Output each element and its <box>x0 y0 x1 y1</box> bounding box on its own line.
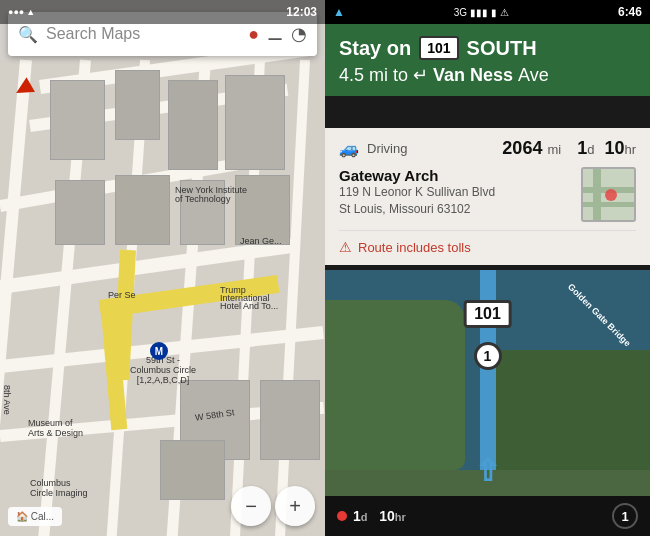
distance-label: 4.5 mi to <box>339 65 408 86</box>
page-indicator[interactable]: 1 <box>612 503 638 529</box>
highway-sign-101: 101 <box>463 300 512 328</box>
destination-name: Gateway Arch <box>339 167 495 184</box>
tolls-label: Route includes tolls <box>358 240 471 255</box>
map-bottom-controls: − + <box>0 486 325 526</box>
destination-row: Gateway Arch 119 N Leonor K Sullivan Blv… <box>339 167 636 222</box>
signal-bars-icon: ▮▮▮ <box>470 7 488 18</box>
zoom-in-button[interactable]: + <box>275 486 315 526</box>
nav-instruction-card: Stay on 101 SOUTH 4.5 mi to ↵ Van Ness A… <box>325 24 650 96</box>
battery-icon: ▮ <box>491 7 497 18</box>
car-icon: 🚙 <box>339 139 359 158</box>
zoom-out-button[interactable]: − <box>231 486 271 526</box>
street-name: Van Ness <box>433 65 513 86</box>
tolls-row: ⚠ Route includes tolls <box>339 230 636 255</box>
compass-icon[interactable]: ◔ <box>291 23 307 45</box>
satellite-map-view: ⇧ 101 1 Golden Gate Bridge <box>325 270 650 496</box>
thumbnail-svg <box>583 167 634 222</box>
direction-label: SOUTH <box>467 37 537 60</box>
driving-mode-label: Driving <box>367 141 407 156</box>
route-up-arrow: ⇧ <box>475 453 500 488</box>
map-3d-view: M New York Institute of Technology Jean … <box>0 0 325 536</box>
alarm-icon: ⚠ <box>500 7 509 18</box>
map-label-nyit2: of Technology <box>175 194 230 204</box>
map-label-perse: Per Se <box>108 290 136 300</box>
highway-101-badge: 101 <box>419 36 458 60</box>
svg-point-4 <box>605 189 617 201</box>
nav-line2: 4.5 mi to ↵ Van Ness Ave <box>339 64 636 86</box>
navigation-arrow-icon: ▲ <box>333 5 345 19</box>
street-suffix: Ave <box>518 65 549 86</box>
zoom-controls: − + <box>231 486 315 526</box>
right-nav-panel: ▲ 3G ▮▮▮ ▮ ⚠ 6:46 Stay on 101 SOUTH 4.5 … <box>325 0 650 536</box>
nav-bottom-bar: 1d 10hr 1 <box>325 496 650 536</box>
network-type: 3G <box>454 7 467 18</box>
eta-display: 1d 10hr <box>353 508 406 524</box>
stay-on-label: Stay on <box>339 37 411 60</box>
map-label-trump3: Hotel And To... <box>220 301 278 311</box>
status-bar-right: ▲ 3G ▮▮▮ ▮ ⚠ 6:46 <box>325 0 650 24</box>
turn-icon: ↵ <box>413 64 428 86</box>
nav-line1: Stay on 101 SOUTH <box>339 36 636 60</box>
wifi-icon: ▲ <box>26 7 35 17</box>
tolls-icon: ⚠ <box>339 239 352 255</box>
highway-sign-1: 1 <box>474 342 502 370</box>
search-icon: 🔍 <box>18 25 38 44</box>
total-distance: 2064 mi <box>502 138 561 159</box>
total-time: 1d 10hr <box>577 138 636 159</box>
recording-indicator <box>337 511 347 521</box>
map-label-columbus-station: 59th St -Columbus Circle[1,2,A,B,C,D] <box>130 355 196 385</box>
destination-address1: 119 N Leonor K Sullivan Blvd <box>339 184 495 201</box>
svg-rect-1 <box>593 167 601 222</box>
location-pin-icon: ● <box>248 24 259 45</box>
search-placeholder: Search Maps <box>46 25 240 43</box>
metro-badge: M <box>150 342 168 360</box>
driving-row: 🚙 Driving 2064 mi 1d 10hr <box>339 138 636 159</box>
status-bar-left: ●●● ▲ 12:03 <box>0 0 325 24</box>
map-label-8thave: 8th Ave <box>2 385 12 415</box>
left-map-panel: ●●● ▲ 12:03 <box>0 0 325 536</box>
destination-text: Gateway Arch 119 N Leonor K Sullivan Blv… <box>339 167 495 218</box>
layers-icon[interactable]: ⚊ <box>267 23 283 45</box>
map-label-museum: Museum ofArts & Design <box>28 418 83 438</box>
clock-right: 6:46 <box>618 5 642 19</box>
signal-icon: ●●● <box>8 7 24 17</box>
map-label-jean: Jean Ge... <box>240 236 282 246</box>
route-info-box: 🚙 Driving 2064 mi 1d 10hr Gateway Arch 1… <box>325 128 650 265</box>
status-icons-right: 3G ▮▮▮ ▮ ⚠ <box>454 7 509 18</box>
destination-thumbnail[interactable] <box>581 167 636 222</box>
svg-rect-3 <box>583 202 634 207</box>
destination-address2: St Louis, Missouri 63102 <box>339 201 495 218</box>
status-icons-left: ●●● ▲ <box>8 7 35 17</box>
clock-left: 12:03 <box>286 5 317 19</box>
